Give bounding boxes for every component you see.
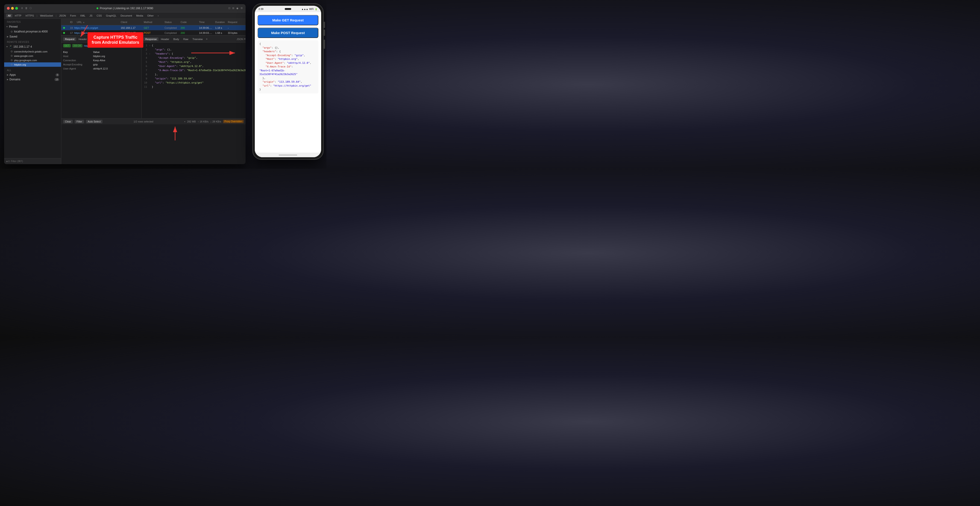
saved-item[interactable]: ▶ Saved [4,34,61,39]
auto-select-button[interactable]: Auto Select [86,120,102,124]
tab-json[interactable]: JSON [57,14,68,17]
pause-icon[interactable]: ⏸ [21,7,23,10]
user-agent-val: okhttp/4.12.0 [93,67,140,70]
tab-sep2: | [55,14,57,17]
tab-css[interactable]: CSS [95,14,103,17]
tab-websocket[interactable]: WebSocket [38,14,55,17]
minimize-button[interactable] [11,7,14,10]
phone-side-buttons [324,22,325,49]
col-client[interactable]: Client [120,21,143,24]
tab-more[interactable]: › [156,14,161,17]
sidebar-bottom: + ⊙ Filter (⌘F) [4,158,61,164]
filter-button[interactable]: Filter [75,120,84,124]
power-btn[interactable] [324,40,325,49]
row-duration: 1.18 s [214,27,227,29]
memory-value: 282 MB [187,120,196,123]
get-request-button[interactable]: Make GET Request [258,15,318,25]
sidebar-item-localhost[interactable]: ⊙ localhost.proxyman.io:4000 [4,29,61,34]
post-request-button[interactable]: Make POST Request [258,28,318,38]
tab-all[interactable]: All [6,14,13,17]
pinned-header[interactable]: ▼ Pinned [4,24,61,29]
sidebar-item-apps[interactable]: ▶ Apps 8 [4,73,61,77]
apps-label: Apps [10,73,16,76]
tab-resp-header[interactable]: Header [159,37,171,41]
response-text: { "args": {}, "headers": { "Accept-Encod… [259,42,311,91]
tab-treeview[interactable]: Treeview [191,37,205,41]
tab-https[interactable]: HTTPS [24,14,36,17]
battery-icon: 🔋 [315,8,317,10]
tab-xml[interactable]: XML [78,14,88,17]
chevron-down-icon3[interactable]: ▾ [244,38,246,41]
trash-icon[interactable]: 🗑 [25,7,28,10]
col-status[interactable]: Status [164,21,180,24]
chevron-down-icon2: ▼ [6,46,8,48]
localhost-label: localhost.proxyman.io:4000 [14,30,48,33]
httpbin-label: httpbin.org [14,63,26,66]
record-icon[interactable]: ⏺ [236,7,239,10]
home-bar-line [279,155,297,155]
tab-graphql[interactable]: GraphQL [104,14,118,17]
filter-area: ⊙ Filter (⌘F) [8,160,59,163]
sidebar-item-httpbin[interactable]: ⊙ httpbin.org [4,62,61,67]
row-dot2 [62,32,69,34]
row-code: 200 [180,27,198,29]
tab-resp-body[interactable]: Body [172,37,181,41]
col-time[interactable]: Time [198,21,214,24]
code-line-8: 8 }, [142,73,246,77]
code-line-9: 9 "origin": "113.189.59.64", [142,77,246,81]
chevron-right-icon: ▶ [7,35,8,38]
device-header[interactable]: ▼ 📱 192.168.1.17 4 [4,44,61,49]
phone-status-icons: ▲▲▲ WiFi 🔋 [301,8,317,10]
method-badge: GET [63,44,71,48]
col-duration[interactable]: Duration [214,21,227,24]
phone-content: Make GET Request Make POST Request { "ar… [255,12,321,152]
add-button[interactable]: + [6,160,8,163]
tab-http[interactable]: HTTP [13,14,23,17]
domains-badge: 18 [54,78,59,81]
row-request2: 33 bytes [227,32,243,34]
col-method[interactable]: Method [143,21,164,24]
fullscreen-button[interactable] [15,7,18,10]
tab-form[interactable]: Form [68,14,78,17]
req-row-header: Key Value [61,50,142,54]
accept-enc-key: Accept-Encoding [63,63,93,66]
sidebar: Favorites ▼ Pinned ⊙ localhost.proxyman.… [4,19,61,164]
tab-resp-raw[interactable]: Raw [181,37,190,41]
layout-icon[interactable]: ⊞ [232,7,234,10]
response-format: JSON ▾ ⊙ [237,37,246,41]
screen-icon[interactable]: ⊡ [228,7,231,10]
tab-response[interactable]: Response [143,37,159,41]
phone-time: 2:39 [258,8,263,10]
tab-js[interactable]: JS [88,14,94,17]
sidebar-item-domains[interactable]: ▶ Domains 18 [4,77,61,82]
title-bar: ⏸ 🗑 ⬡ Proxyman | Listening on 192.168.1.… [4,4,246,13]
globe-icon: ⊙ [11,30,13,33]
row-client: 192.168.1.17 [120,27,143,29]
filter-tabs: All HTTP HTTPS | WebSocket | JSON Form X… [4,13,246,19]
clear-button[interactable]: Clear [63,120,73,124]
volume-up-btn[interactable] [324,22,325,28]
request-body: Key Value Host httpbin.org Connection Ke… [61,49,142,118]
tab-media[interactable]: Media [134,14,145,17]
settings-icon[interactable]: ⚙ [240,7,243,10]
external-icon[interactable]: ⬡ [30,7,32,10]
sidebar-item-play[interactable]: ⊙ play.googleapis.com [4,58,61,62]
close-button[interactable] [7,7,10,10]
sidebar-item-google[interactable]: ⊙ www.google.com [4,54,61,58]
phone-screen: 2:39 ▲▲▲ WiFi 🔋 Make GET Request Make PO… [255,6,321,157]
chevron-down-icon: ▼ [6,25,8,28]
col-code[interactable]: Code [180,21,198,24]
resp-panel-add[interactable]: + [206,37,208,41]
row-method: GET [143,27,164,29]
req-row-accept-enc: Accept-Encoding gzip [61,62,142,67]
proxyman-window: ⏸ 🗑 ⬡ Proxyman | Listening on 192.168.1.… [4,4,246,164]
tab-other[interactable]: Other [145,14,156,17]
col-request[interactable]: Request [227,21,243,24]
tab-document[interactable]: Document [119,14,134,17]
title-bar-right: ⊡ ⊞ ⏺ ⚙ [228,7,243,10]
device-group: ▼ 📱 192.168.1.17 4 ⊙ connectivitycheck.g… [4,44,61,67]
row-duration2: 1.68 s [214,32,227,34]
code-line-10: 10 "url": "https://httpbin.org/get" [142,81,246,85]
sidebar-item-connectivity[interactable]: ⊙ connectivitycheck.gstatic.com [4,49,61,54]
volume-down-btn[interactable] [324,30,325,36]
